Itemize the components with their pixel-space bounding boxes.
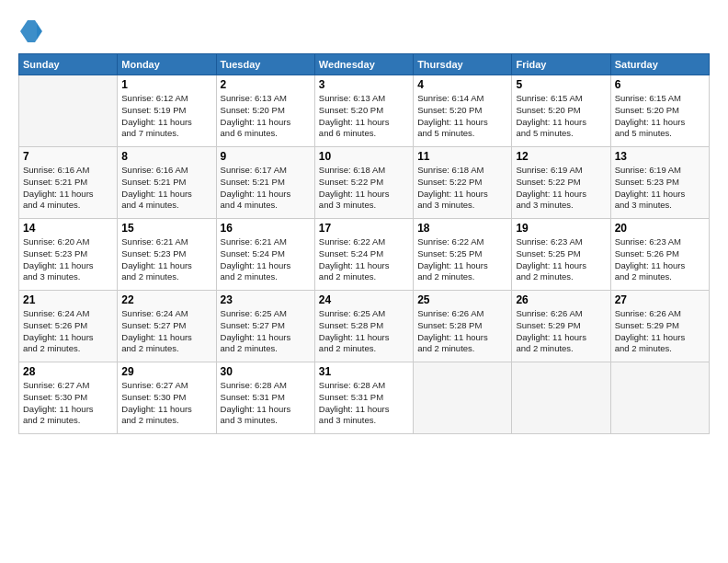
col-header-sunday: Sunday xyxy=(19,54,118,75)
calendar-week-5: 28Sunrise: 6:27 AM Sunset: 5:30 PM Dayli… xyxy=(19,362,710,434)
day-number: 29 xyxy=(121,365,211,378)
page: SundayMondayTuesdayWednesdayThursdayFrid… xyxy=(0,0,728,563)
day-info: Sunrise: 6:24 AM Sunset: 5:27 PM Dayligh… xyxy=(121,308,211,355)
day-info: Sunrise: 6:21 AM Sunset: 5:23 PM Dayligh… xyxy=(121,236,211,283)
day-info: Sunrise: 6:22 AM Sunset: 5:24 PM Dayligh… xyxy=(319,236,409,283)
day-number: 18 xyxy=(417,222,507,235)
day-number: 1 xyxy=(121,78,211,91)
day-number: 21 xyxy=(23,293,113,306)
calendar-cell: 11Sunrise: 6:18 AM Sunset: 5:22 PM Dayli… xyxy=(414,147,512,219)
logo xyxy=(18,18,46,44)
calendar-cell: 1Sunrise: 6:12 AM Sunset: 5:19 PM Daylig… xyxy=(118,75,216,147)
col-header-saturday: Saturday xyxy=(610,54,709,75)
day-number: 27 xyxy=(615,293,705,306)
day-number: 17 xyxy=(319,222,409,235)
calendar-header-row: SundayMondayTuesdayWednesdayThursdayFrid… xyxy=(19,54,710,75)
calendar-cell: 22Sunrise: 6:24 AM Sunset: 5:27 PM Dayli… xyxy=(118,291,216,362)
day-number: 31 xyxy=(319,365,409,378)
day-number: 14 xyxy=(23,222,113,235)
col-header-wednesday: Wednesday xyxy=(314,54,413,75)
calendar-week-1: 1Sunrise: 6:12 AM Sunset: 5:19 PM Daylig… xyxy=(19,75,710,147)
day-info: Sunrise: 6:24 AM Sunset: 5:26 PM Dayligh… xyxy=(23,308,113,355)
col-header-thursday: Thursday xyxy=(414,54,512,75)
day-info: Sunrise: 6:28 AM Sunset: 5:31 PM Dayligh… xyxy=(319,380,409,427)
calendar-cell: 24Sunrise: 6:25 AM Sunset: 5:28 PM Dayli… xyxy=(314,291,413,362)
calendar-cell: 23Sunrise: 6:25 AM Sunset: 5:27 PM Dayli… xyxy=(216,291,314,362)
day-number: 12 xyxy=(516,150,606,163)
day-number: 19 xyxy=(516,222,606,235)
day-number: 11 xyxy=(417,150,507,163)
calendar-cell: 12Sunrise: 6:19 AM Sunset: 5:22 PM Dayli… xyxy=(512,147,610,219)
day-number: 5 xyxy=(516,78,606,91)
day-info: Sunrise: 6:27 AM Sunset: 5:30 PM Dayligh… xyxy=(121,380,211,427)
day-info: Sunrise: 6:12 AM Sunset: 5:19 PM Dayligh… xyxy=(121,93,211,140)
day-info: Sunrise: 6:20 AM Sunset: 5:23 PM Dayligh… xyxy=(23,236,113,283)
day-info: Sunrise: 6:28 AM Sunset: 5:31 PM Dayligh… xyxy=(221,380,311,427)
day-number: 30 xyxy=(221,365,311,378)
day-info: Sunrise: 6:25 AM Sunset: 5:27 PM Dayligh… xyxy=(221,308,311,355)
day-number: 23 xyxy=(221,293,311,306)
calendar-cell xyxy=(414,362,512,434)
calendar-cell: 25Sunrise: 6:26 AM Sunset: 5:28 PM Dayli… xyxy=(414,291,512,362)
day-info: Sunrise: 6:13 AM Sunset: 5:20 PM Dayligh… xyxy=(221,93,311,140)
calendar-cell: 20Sunrise: 6:23 AM Sunset: 5:26 PM Dayli… xyxy=(610,219,709,291)
day-number: 26 xyxy=(516,293,606,306)
day-info: Sunrise: 6:22 AM Sunset: 5:25 PM Dayligh… xyxy=(417,236,507,283)
calendar-cell: 2Sunrise: 6:13 AM Sunset: 5:20 PM Daylig… xyxy=(216,75,314,147)
calendar-cell: 9Sunrise: 6:17 AM Sunset: 5:21 PM Daylig… xyxy=(216,147,314,219)
day-info: Sunrise: 6:19 AM Sunset: 5:23 PM Dayligh… xyxy=(615,165,705,212)
day-number: 9 xyxy=(221,150,311,163)
day-info: Sunrise: 6:21 AM Sunset: 5:24 PM Dayligh… xyxy=(221,236,311,283)
day-info: Sunrise: 6:18 AM Sunset: 5:22 PM Dayligh… xyxy=(417,165,507,212)
day-info: Sunrise: 6:13 AM Sunset: 5:20 PM Dayligh… xyxy=(319,93,409,140)
day-info: Sunrise: 6:16 AM Sunset: 5:21 PM Dayligh… xyxy=(121,165,211,212)
logo-icon xyxy=(18,18,44,44)
calendar-table: SundayMondayTuesdayWednesdayThursdayFrid… xyxy=(18,53,710,434)
calendar-cell xyxy=(610,362,709,434)
calendar-cell: 19Sunrise: 6:23 AM Sunset: 5:25 PM Dayli… xyxy=(512,219,610,291)
day-number: 7 xyxy=(23,150,113,163)
day-number: 8 xyxy=(121,150,211,163)
calendar-cell: 18Sunrise: 6:22 AM Sunset: 5:25 PM Dayli… xyxy=(414,219,512,291)
calendar-cell: 3Sunrise: 6:13 AM Sunset: 5:20 PM Daylig… xyxy=(314,75,413,147)
day-info: Sunrise: 6:26 AM Sunset: 5:28 PM Dayligh… xyxy=(417,308,507,355)
day-number: 3 xyxy=(319,78,409,91)
calendar-cell: 21Sunrise: 6:24 AM Sunset: 5:26 PM Dayli… xyxy=(19,291,118,362)
calendar-week-3: 14Sunrise: 6:20 AM Sunset: 5:23 PM Dayli… xyxy=(19,219,710,291)
calendar-cell: 14Sunrise: 6:20 AM Sunset: 5:23 PM Dayli… xyxy=(19,219,118,291)
col-header-friday: Friday xyxy=(512,54,610,75)
calendar-cell: 28Sunrise: 6:27 AM Sunset: 5:30 PM Dayli… xyxy=(19,362,118,434)
calendar-cell: 6Sunrise: 6:15 AM Sunset: 5:20 PM Daylig… xyxy=(610,75,709,147)
day-number: 10 xyxy=(319,150,409,163)
calendar-cell: 17Sunrise: 6:22 AM Sunset: 5:24 PM Dayli… xyxy=(314,219,413,291)
col-header-monday: Monday xyxy=(118,54,216,75)
svg-marker-1 xyxy=(37,23,41,40)
day-number: 16 xyxy=(221,222,311,235)
day-info: Sunrise: 6:25 AM Sunset: 5:28 PM Dayligh… xyxy=(319,308,409,355)
day-info: Sunrise: 6:27 AM Sunset: 5:30 PM Dayligh… xyxy=(23,380,113,427)
day-info: Sunrise: 6:16 AM Sunset: 5:21 PM Dayligh… xyxy=(23,165,113,212)
day-info: Sunrise: 6:19 AM Sunset: 5:22 PM Dayligh… xyxy=(516,165,606,212)
calendar-cell: 4Sunrise: 6:14 AM Sunset: 5:20 PM Daylig… xyxy=(414,75,512,147)
calendar-week-2: 7Sunrise: 6:16 AM Sunset: 5:21 PM Daylig… xyxy=(19,147,710,219)
day-info: Sunrise: 6:17 AM Sunset: 5:21 PM Dayligh… xyxy=(221,165,311,212)
day-info: Sunrise: 6:14 AM Sunset: 5:20 PM Dayligh… xyxy=(417,93,507,140)
calendar-cell: 10Sunrise: 6:18 AM Sunset: 5:22 PM Dayli… xyxy=(314,147,413,219)
day-number: 25 xyxy=(417,293,507,306)
calendar-cell: 16Sunrise: 6:21 AM Sunset: 5:24 PM Dayli… xyxy=(216,219,314,291)
day-number: 15 xyxy=(121,222,211,235)
day-info: Sunrise: 6:26 AM Sunset: 5:29 PM Dayligh… xyxy=(516,308,606,355)
day-info: Sunrise: 6:23 AM Sunset: 5:26 PM Dayligh… xyxy=(615,236,705,283)
calendar-cell: 30Sunrise: 6:28 AM Sunset: 5:31 PM Dayli… xyxy=(216,362,314,434)
day-info: Sunrise: 6:15 AM Sunset: 5:20 PM Dayligh… xyxy=(615,93,705,140)
calendar-cell: 26Sunrise: 6:26 AM Sunset: 5:29 PM Dayli… xyxy=(512,291,610,362)
day-number: 22 xyxy=(121,293,211,306)
calendar-cell: 13Sunrise: 6:19 AM Sunset: 5:23 PM Dayli… xyxy=(610,147,709,219)
calendar-cell: 29Sunrise: 6:27 AM Sunset: 5:30 PM Dayli… xyxy=(118,362,216,434)
calendar-cell: 27Sunrise: 6:26 AM Sunset: 5:29 PM Dayli… xyxy=(610,291,709,362)
calendar-cell: 15Sunrise: 6:21 AM Sunset: 5:23 PM Dayli… xyxy=(118,219,216,291)
day-number: 6 xyxy=(615,78,705,91)
calendar-cell: 8Sunrise: 6:16 AM Sunset: 5:21 PM Daylig… xyxy=(118,147,216,219)
col-header-tuesday: Tuesday xyxy=(216,54,314,75)
day-info: Sunrise: 6:18 AM Sunset: 5:22 PM Dayligh… xyxy=(319,165,409,212)
